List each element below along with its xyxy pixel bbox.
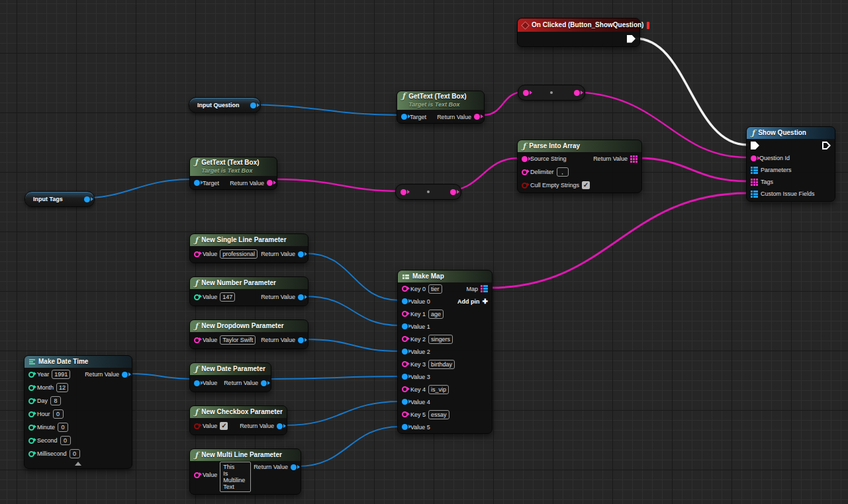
key-0-pin[interactable] bbox=[402, 286, 408, 292]
target-pin[interactable] bbox=[401, 114, 407, 120]
value-multiline-field[interactable]: This Is Multiline Text bbox=[220, 462, 251, 492]
second-field[interactable]: 0 bbox=[60, 436, 71, 445]
day-field[interactable]: 8 bbox=[50, 396, 61, 405]
node-parse-into-array[interactable]: ƒ Parse Into Array Source String Return … bbox=[517, 140, 642, 193]
node-show-question[interactable]: ƒ Show Question Question Id Parameters T… bbox=[746, 126, 835, 202]
source-string-pin[interactable] bbox=[522, 156, 528, 162]
reroute-input-pin[interactable] bbox=[523, 90, 529, 96]
value-pin[interactable] bbox=[194, 294, 200, 300]
variable-output-pin[interactable] bbox=[84, 196, 90, 202]
millisecond-pin[interactable] bbox=[28, 451, 34, 457]
key-0-field[interactable]: tier bbox=[428, 284, 442, 294]
delimiter-field[interactable]: , bbox=[557, 167, 569, 177]
custom-issue-fields-map-pin-icon[interactable] bbox=[751, 190, 758, 198]
collapse-arrow[interactable] bbox=[75, 462, 81, 466]
key-1-field[interactable]: age bbox=[428, 310, 444, 319]
key-5-field[interactable]: essay bbox=[428, 410, 449, 419]
delimiter-pin[interactable] bbox=[522, 169, 528, 175]
second-pin[interactable] bbox=[28, 438, 34, 444]
value-2-pin[interactable] bbox=[402, 349, 408, 355]
key-4-field[interactable]: is_vip bbox=[428, 385, 449, 394]
node-gettext-2[interactable]: ƒ GetText (Text Box) Target is Text Box … bbox=[189, 157, 277, 190]
node-on-clicked[interactable]: On Clicked (Button_ShowQuestion) bbox=[517, 18, 640, 47]
value-5-pin[interactable] bbox=[402, 424, 408, 430]
value-checkbox[interactable]: ✓ bbox=[220, 422, 228, 430]
add-pin-icon[interactable]: ✚ bbox=[483, 298, 488, 305]
return-value-pin[interactable] bbox=[291, 464, 297, 470]
target-pin[interactable] bbox=[194, 180, 200, 186]
node-title: GetText (Text Box) bbox=[408, 93, 466, 101]
tags-array-pin-icon[interactable] bbox=[751, 179, 758, 186]
minute-field[interactable]: 0 bbox=[58, 423, 68, 432]
return-value-pin[interactable] bbox=[261, 380, 267, 386]
value-field[interactable]: professional bbox=[220, 249, 258, 259]
hour-pin[interactable] bbox=[28, 411, 34, 417]
key-3-field[interactable]: birthday bbox=[428, 360, 455, 369]
key-1-pin[interactable] bbox=[402, 311, 408, 317]
pin-label: Second bbox=[37, 437, 58, 444]
value-3-pin[interactable] bbox=[402, 374, 408, 380]
reroute-input-pin[interactable] bbox=[400, 189, 406, 195]
pin-label: Day bbox=[37, 398, 48, 404]
key-4-pin[interactable] bbox=[402, 386, 408, 392]
value-0-pin[interactable] bbox=[402, 298, 408, 304]
question-id-pin[interactable] bbox=[751, 155, 757, 161]
node-new-date-parameter[interactable]: ƒ New Date Parameter Value Return Value bbox=[189, 362, 271, 392]
node-new-number-parameter[interactable]: ƒ New Number Parameter Value 147 Return … bbox=[189, 276, 308, 306]
key-3-pin[interactable] bbox=[402, 361, 408, 367]
return-value-pin[interactable] bbox=[298, 337, 304, 343]
cull-empty-strings-pin[interactable] bbox=[522, 183, 528, 189]
node-new-checkbox-parameter[interactable]: ƒ New Checkbox Parameter Value ✓ Return … bbox=[189, 405, 287, 435]
return-value-pin[interactable] bbox=[267, 180, 273, 186]
array-pin-icon[interactable] bbox=[630, 155, 637, 163]
reroute-output-pin[interactable] bbox=[574, 90, 580, 96]
pin-label: Parameters bbox=[761, 167, 792, 173]
day-pin[interactable] bbox=[28, 398, 34, 404]
value-pin[interactable] bbox=[194, 380, 200, 386]
node-make-map[interactable]: Make Map Key 0 tier Map Value 0 Add pin … bbox=[397, 270, 493, 434]
value-field[interactable]: 147 bbox=[220, 292, 235, 302]
return-value-pin[interactable] bbox=[122, 372, 128, 378]
minute-pin[interactable] bbox=[28, 425, 34, 431]
delegate-pin[interactable] bbox=[647, 22, 649, 29]
add-pin-label[interactable]: Add pin bbox=[457, 298, 480, 305]
node-gettext-1[interactable]: ƒ GetText (Text Box) Target is Text Box … bbox=[397, 91, 485, 124]
year-pin[interactable] bbox=[28, 372, 34, 378]
return-value-pin[interactable] bbox=[298, 251, 304, 257]
reroute-output-pin[interactable] bbox=[450, 189, 456, 195]
return-value-pin[interactable] bbox=[474, 114, 480, 120]
month-pin[interactable] bbox=[28, 385, 34, 391]
variable-output-pin[interactable] bbox=[250, 103, 256, 108]
value-1-pin[interactable] bbox=[402, 323, 408, 329]
value-pin[interactable] bbox=[194, 337, 200, 343]
key-5-pin[interactable] bbox=[402, 411, 408, 417]
parameters-map-pin-icon[interactable] bbox=[751, 167, 758, 174]
reroute-node[interactable] bbox=[395, 184, 461, 200]
key-2-field[interactable]: singers bbox=[428, 335, 453, 344]
map-output-pin-icon[interactable] bbox=[481, 285, 488, 292]
node-make-date-time[interactable]: Make Date Time Year 1991 Return Value Mo… bbox=[24, 355, 132, 469]
month-field[interactable]: 12 bbox=[56, 383, 68, 392]
key-2-pin[interactable] bbox=[402, 336, 408, 342]
node-title: New Date Parameter bbox=[201, 365, 265, 373]
node-input-tags[interactable]: Input Tags bbox=[24, 191, 95, 207]
reroute-node[interactable] bbox=[518, 85, 585, 101]
hour-field[interactable]: 0 bbox=[53, 409, 64, 419]
value-field[interactable]: Taylor Swift bbox=[220, 335, 256, 345]
return-value-pin[interactable] bbox=[277, 423, 283, 429]
cull-checkbox[interactable]: ✓ bbox=[582, 181, 590, 189]
return-value-pin[interactable] bbox=[298, 294, 304, 300]
exec-input-pin[interactable] bbox=[751, 142, 759, 149]
year-field[interactable]: 1991 bbox=[52, 370, 70, 379]
value-pin[interactable] bbox=[194, 472, 200, 478]
exec-output-pin[interactable] bbox=[627, 35, 636, 43]
node-new-multi-line-parameter[interactable]: ƒ New Multi Line Parameter Value This Is… bbox=[189, 448, 301, 495]
exec-output-pin[interactable] bbox=[822, 142, 831, 149]
value-pin[interactable] bbox=[194, 423, 200, 429]
node-input-question[interactable]: Input Question bbox=[189, 97, 261, 113]
millisecond-field[interactable]: 0 bbox=[70, 449, 80, 458]
node-new-single-line-parameter[interactable]: ƒ New Single Line Parameter Value profes… bbox=[189, 233, 308, 263]
node-new-dropdown-parameter[interactable]: ƒ New Dropdown Parameter Value Taylor Sw… bbox=[189, 319, 308, 349]
value-4-pin[interactable] bbox=[402, 399, 408, 405]
value-pin[interactable] bbox=[194, 251, 200, 257]
